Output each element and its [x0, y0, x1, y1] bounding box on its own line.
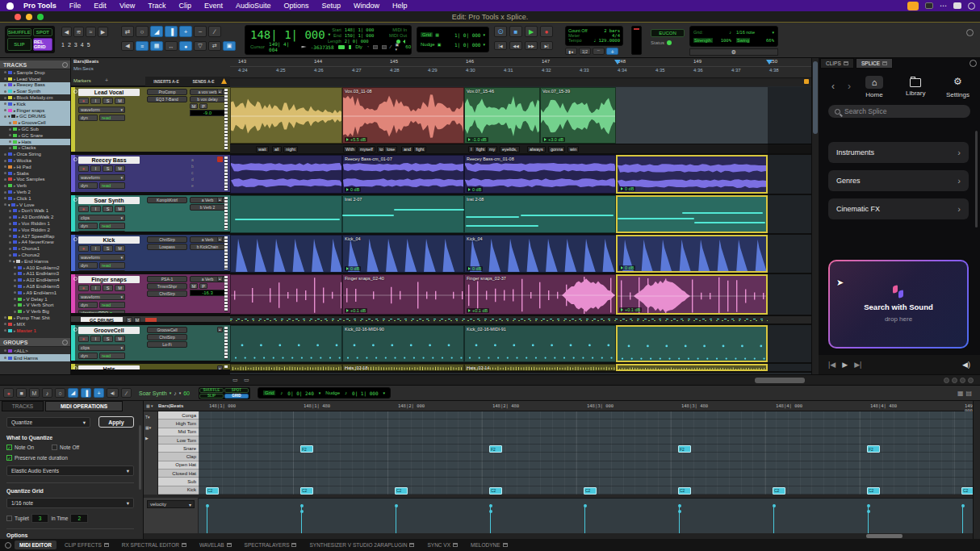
link-timeline-icon[interactable]: ⇄ — [121, 26, 134, 37]
insert-slot[interactable]: ProComp — [147, 89, 187, 95]
track-list-item[interactable]: ▸GrooveCell — [0, 119, 70, 126]
hscroll-thumb[interactable] — [755, 378, 805, 383]
menu-item-help[interactable]: Help — [386, 2, 414, 10]
audio-clip[interactable] — [230, 87, 342, 144]
midi-note-snare[interactable]: F2 — [489, 445, 502, 453]
nudge-label[interactable]: Nudge — [421, 42, 435, 47]
grid-display-icon[interactable]: ▦▾ — [145, 425, 151, 430]
bottom-tab-synthesizer-v-studio-2araplugin[interactable]: SYNTHESIZER V STUDIO 2ARAPLUGIN — [304, 541, 419, 549]
midi-horizontal-scrollbar[interactable] — [144, 533, 973, 539]
automation-dyn-select[interactable]: dyn — [78, 223, 98, 229]
record-arm-button[interactable]: ● — [78, 336, 89, 342]
menu-item-options[interactable]: Options — [277, 2, 315, 10]
track-show-dot[interactable] — [4, 153, 6, 156]
track-show-dot[interactable] — [4, 77, 6, 80]
midi-mode-grid[interactable]: GRID — [224, 394, 249, 399]
audio-clip[interactable]: Vox.07_15-46-1.0 dB — [464, 87, 540, 144]
panel-scrollbar[interactable] — [139, 425, 141, 490]
track-list-item[interactable]: ▸Finger snaps — [0, 107, 70, 114]
selection-end-marker[interactable] — [766, 60, 773, 65]
tuplet-checkbox[interactable]: Tuplet 3 in Time 2 — [6, 514, 88, 523]
automation-dyn-select[interactable]: dyn — [78, 182, 98, 189]
track-list-item[interactable]: ▸Wocka — [0, 157, 70, 164]
zoomer-tool[interactable]: ○ — [136, 26, 149, 37]
panel-menu-icon[interactable] — [970, 60, 977, 67]
zoom-preset-4[interactable]: 4 — [81, 42, 84, 48]
input-button[interactable]: I — [90, 336, 101, 342]
rewind-button[interactable]: ◀◀ — [509, 41, 522, 50]
go-to-end-button[interactable]: ▶| — [540, 41, 553, 50]
mute-button[interactable]: M — [115, 285, 125, 291]
send-mute-button[interactable]: M — [190, 283, 198, 289]
track-name-box[interactable]: Finger snaps — [78, 276, 140, 283]
loop-record-icon[interactable]: ● — [179, 41, 192, 51]
audio-clip[interactable]: 0 dB — [616, 235, 768, 273]
tuplet-value-field[interactable]: 3 — [31, 514, 49, 523]
tempo-ruler-icon[interactable]: ⌒ — [593, 48, 605, 55]
midi-ruler[interactable]: ▦ ▾Bars|Beats148|1| 000148|1| 480148|2| … — [144, 401, 973, 411]
splice-home-nav[interactable]: ⌂ Home — [865, 76, 883, 98]
checkbox-preserve-note-duration[interactable]: ✓Preserve note duration — [6, 455, 68, 461]
lane-soar-synth[interactable]: Inst 2-07Inst 2-08 — [230, 195, 811, 233]
track-list-item[interactable]: ▸Pump That Shit — [0, 315, 70, 321]
bars-beats-ruler-label[interactable]: Bars|Beats — [73, 59, 98, 64]
velocity-handle[interactable] — [300, 504, 304, 507]
track-show-dot[interactable] — [14, 291, 16, 294]
menu-item-setup[interactable]: Setup — [316, 2, 348, 10]
panel-menu-icon[interactable] — [62, 340, 68, 345]
panel-menu-icon[interactable] — [62, 62, 68, 68]
send-slot[interactable]: b vox delay — [190, 96, 225, 102]
track-list-item[interactable]: ▸GC Snare — [0, 132, 70, 139]
menu-item-file[interactable]: File — [63, 2, 88, 10]
session-warning-icon[interactable] — [221, 78, 227, 84]
input-button[interactable]: I — [90, 285, 101, 291]
mute-button[interactable]: M — [115, 206, 125, 212]
track-header-groovecell[interactable]: GrooveCell●ISMclips▾dynreadnoneGrooveCel… — [71, 325, 230, 362]
velocity-stem[interactable] — [773, 504, 774, 533]
quickpunch-icon[interactable]: ▽ — [194, 41, 207, 51]
count-off-icon[interactable]: 1|2 — [579, 48, 591, 55]
track-show-dot[interactable] — [4, 84, 6, 86]
automation-dyn-select[interactable]: dyn — [78, 115, 98, 121]
apply-button[interactable]: Apply — [98, 416, 134, 428]
track-name-box[interactable]: Reecey Bass — [78, 157, 140, 164]
metronome-icon[interactable]: ▮● — [565, 48, 577, 55]
track-open-icon[interactable] — [73, 198, 77, 202]
stop-button[interactable]: ■ — [509, 26, 522, 37]
toolbar-menu-icon[interactable] — [966, 29, 974, 36]
velocity-stem[interactable] — [490, 504, 491, 533]
velocity-stem[interactable] — [962, 504, 963, 533]
track-show-dot[interactable] — [14, 311, 16, 313]
solo-button[interactable]: S — [103, 98, 113, 104]
zoom-in-button[interactable]: ▭ — [244, 377, 249, 383]
notation-view-icon[interactable]: ♪ — [42, 388, 52, 398]
lane-kick[interactable]: Kick_040 dBKick_040 dB0 dB — [230, 235, 811, 273]
track-list-item[interactable]: ▸Orca String — [0, 151, 70, 157]
track-list-item[interactable]: ▸Voc Samples — [0, 177, 70, 183]
edit-mode-spot[interactable]: SPOT — [33, 28, 52, 36]
input-button[interactable]: I — [90, 165, 101, 172]
elastic-audio-select[interactable]: elastiquePRO — [78, 270, 125, 273]
drum-row-sub[interactable]: Sub — [158, 478, 199, 486]
audio-clip[interactable]: 0 dB — [616, 155, 768, 194]
lane-lead-vocal[interactable]: Vox.03_11-08+5.5 dBVox.07_15-46-1.0 dBVo… — [230, 87, 811, 153]
track-show-dot[interactable] — [4, 115, 6, 118]
track-show-dot[interactable] — [4, 90, 6, 93]
timeline-ruler[interactable]: 1431441451461471481491504:244:254:264:27… — [230, 58, 811, 86]
zoomer-tool[interactable]: ○ — [55, 388, 65, 398]
drum-row-closed-hat[interactable]: Closed Hat — [158, 470, 199, 478]
quantize-grid-select[interactable]: 1/16 note▾ — [6, 498, 134, 508]
track-view-select[interactable]: waveform▾ — [78, 106, 125, 113]
link-track-selection-icon[interactable]: ⇄ — [208, 41, 221, 51]
track-show-dot[interactable] — [4, 185, 6, 187]
audio-clip[interactable]: Kick_040 dB — [464, 235, 616, 273]
grid-mini-icon[interactable]: ▣ ▾ — [396, 42, 402, 52]
track-list-item[interactable]: ▸Clacks — [0, 145, 70, 152]
pencil-tool[interactable]: ∕ — [208, 26, 221, 37]
volume-speaker-icon[interactable]: ◀) — [962, 361, 970, 369]
online-button[interactable]: ⊙ — [494, 26, 507, 37]
audio-clip[interactable]: Hats_02-18 — [342, 364, 464, 371]
bottom-tab-rx-spectral-editor[interactable]: RX SPECTRAL EDITOR — [117, 541, 191, 549]
track-show-dot[interactable] — [4, 172, 6, 174]
play-sample-icon[interactable]: ▶ — [842, 361, 848, 369]
